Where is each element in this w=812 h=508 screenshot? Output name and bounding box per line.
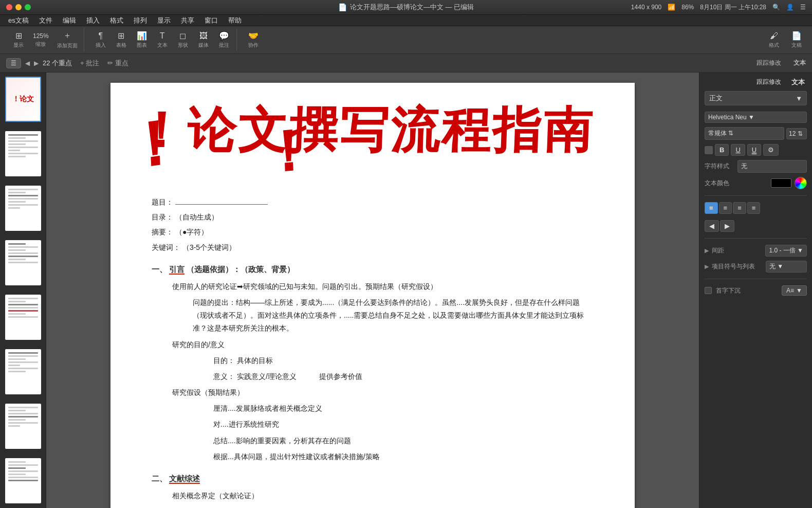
color-wheel[interactable] (795, 177, 807, 189)
align-left-btn[interactable]: ≡ (705, 202, 718, 214)
page-thumbnail-2[interactable] (5, 131, 41, 176)
zoom-button[interactable]: 125% 缩放 (30, 30, 52, 50)
align-right-btn[interactable]: ≡ (733, 202, 746, 214)
page-thumbnail-7[interactable] (5, 404, 41, 449)
abstract-label: 摘要： (152, 228, 173, 236)
media-button[interactable]: 🖼 媒体 (194, 29, 213, 51)
spacing-row: ▶ 间距 1.0 - 一倍 ▼ (705, 245, 807, 257)
keywords-row: 关键词： （3-5个关键词） (152, 241, 594, 254)
menu-edit[interactable]: 编辑 (59, 16, 80, 25)
fullscreen-button[interactable] (25, 4, 31, 10)
title-input[interactable] (175, 204, 268, 205)
menu-window[interactable]: 窗口 (200, 16, 222, 25)
thumb-wrapper-8: 8 (5, 458, 41, 503)
firstline-row: 首字下沉 A≡ ▼ (705, 285, 807, 296)
indent-dec-btn[interactable]: ◀ (705, 220, 719, 232)
panel-toggle[interactable]: ☰ (6, 58, 21, 68)
firstline-btn[interactable]: A≡ ▼ (782, 285, 807, 296)
thumb-wrapper-6: 6 (5, 349, 41, 394)
close-button[interactable] (6, 4, 12, 10)
menu-arrange[interactable]: 排列 (130, 16, 151, 25)
section1-header: 一、 引言 （选题依据）：（政策、背景） (152, 262, 594, 276)
font-name-select[interactable]: Helvetica Neu ▼ (705, 112, 807, 123)
thumb-content-7 (6, 405, 40, 448)
spacing-triangle: ▶ (705, 247, 709, 254)
text-color-label: 文本颜色 (705, 179, 729, 188)
align-justify-btn[interactable]: ≡ (747, 202, 761, 214)
thumb-content-2 (6, 132, 40, 175)
add-note-btn[interactable]: + 批注 (80, 59, 99, 68)
bold-button[interactable]: B (715, 144, 729, 156)
font-size-arrows: ⇅ (798, 130, 803, 137)
document-content: 题目： 目录： （自动生成） 摘要： （●字符） 关键词： （3-5个关键词） (152, 196, 594, 502)
page-thumbnail-1[interactable]: ！论文 (5, 77, 41, 122)
list-select[interactable]: 无 ▼ (766, 261, 807, 273)
font-style-select[interactable]: 常规体 ⇅ (705, 127, 784, 140)
char-style-select[interactable]: 无 (737, 160, 807, 173)
revise-btn[interactable]: 跟踪修改 (756, 59, 781, 67)
page-thumbnail-6[interactable] (5, 349, 41, 394)
document-button[interactable]: 📄 文稿 (787, 29, 806, 51)
collab-button[interactable]: 🤝 协作 (244, 29, 263, 51)
align-center-btn[interactable]: ≡ (719, 202, 732, 214)
text-panel-label: 文本 (791, 78, 807, 87)
problem-text: 问题的提出：结构——综上所述，要成为......（满足什么要达到条件的结论）。虽… (193, 296, 594, 335)
view-button[interactable]: ⊞ 显示 (9, 29, 28, 51)
traffic-lights[interactable] (6, 4, 31, 10)
format-button[interactable]: 🖌 格式 (765, 29, 783, 51)
font-size-select[interactable]: 12 ⇅ (786, 128, 807, 139)
page-thumbnail-3[interactable] (5, 186, 41, 231)
spacing-value: 1.0 - 一倍 (769, 247, 795, 254)
title-row: 题目： (152, 196, 594, 209)
underline-button[interactable]: U (731, 144, 745, 156)
thumb-content-4 (6, 241, 40, 284)
color-dot (705, 146, 713, 154)
window-title: 📄 论文开题思路—硕博论文—中文 — 已编辑 (338, 3, 474, 12)
abstract-value: （●字符） (175, 228, 208, 236)
menu-view[interactable]: 显示 (153, 16, 175, 25)
search-icon[interactable]: 🔍 (772, 4, 780, 11)
hypo1: 厘清....发展脉络或者相关概念定义 (213, 402, 594, 415)
paragraph-button[interactable]: ¶ 插入 (91, 29, 110, 51)
menu-insert[interactable]: 插入 (82, 16, 104, 25)
firstline-checkbox[interactable] (705, 287, 712, 294)
char-style-label: 字符样式 (705, 162, 735, 171)
spacing-select[interactable]: 1.0 - 一倍 ▼ (765, 245, 807, 257)
more-format-btn[interactable]: ⚙ (763, 144, 779, 156)
indent-inc-btn[interactable]: ▶ (720, 220, 734, 232)
thumb-wrapper-5: 5 (5, 295, 41, 340)
style-dropdown[interactable]: 正文 ▼ (705, 91, 807, 105)
minimize-button[interactable] (15, 4, 22, 10)
comment-button[interactable]: 💬 批注 (215, 29, 233, 51)
underline2-button[interactable]: U (747, 144, 761, 156)
table-button[interactable]: ⊞ 表格 (112, 29, 131, 51)
text-btn[interactable]: 文本 (793, 59, 806, 67)
nav-prev[interactable]: ◀ (25, 60, 30, 67)
color-swatch[interactable] (771, 178, 791, 188)
chart-button[interactable]: 📊 图表 (133, 29, 151, 51)
shape-button[interactable]: ◻ 形状 (174, 29, 192, 51)
thumb-content-1: ！论文 (6, 78, 40, 121)
font-name-arrow: ▼ (748, 114, 754, 121)
add-mark-btn[interactable]: ✏ 重点 (107, 59, 128, 68)
intro-text: 使用前人的研究论证➡研究领域的已知与未知。问题的引出。预期结果（研究假设） (172, 280, 594, 293)
page-thumbnail-5[interactable] (5, 295, 41, 340)
menu-format[interactable]: 格式 (106, 16, 127, 25)
add-page-button[interactable]: ＋ 添加页面 (54, 28, 81, 51)
menu-share[interactable]: 共享 (177, 16, 198, 25)
page-thumbnail-4[interactable] (5, 240, 41, 285)
menu-icon[interactable]: ☰ (800, 4, 806, 11)
page-thumbnail-8[interactable] (5, 458, 41, 503)
menu-help[interactable]: 帮助 (224, 16, 246, 25)
section2-num: 二、 (152, 474, 167, 483)
thumb-content-3 (6, 187, 40, 230)
annotation-title: ！论文撰写流程指南 (135, 98, 595, 164)
exclaim-left-1: ！ (121, 99, 187, 191)
text-button[interactable]: T 文本 (153, 29, 172, 51)
nav-next[interactable]: ▶ (34, 60, 39, 67)
menu-app[interactable]: es文稿 (4, 16, 33, 25)
user-icon[interactable]: 👤 (786, 4, 794, 11)
window-size: 1440 x 900 (631, 4, 661, 11)
toc-value: （自动生成） (175, 213, 218, 221)
menu-file[interactable]: 文件 (35, 16, 57, 25)
